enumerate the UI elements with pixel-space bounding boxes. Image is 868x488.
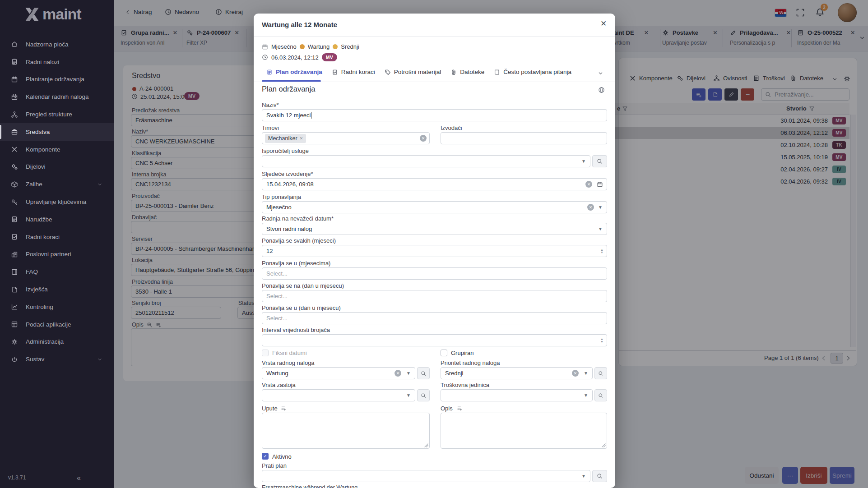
clear-icon[interactable]: ✕ <box>587 204 594 211</box>
clear-icon[interactable]: ✕ <box>395 370 401 377</box>
resize-handle-icon[interactable] <box>602 443 606 447</box>
isporucitelj-search-button[interactable] <box>592 155 607 167</box>
sidebar-item-nadzorna-ploca[interactable]: Nadzorna ploča <box>0 36 114 53</box>
notes-add-icon[interactable] <box>281 405 287 411</box>
modal-close-icon[interactable]: ✕ <box>600 19 607 28</box>
sidebar-item-kontroling[interactable]: Kontroling <box>0 298 114 316</box>
opis-textarea[interactable] <box>441 413 607 449</box>
clear-icon[interactable]: ✕ <box>420 135 427 142</box>
vrsta-naloga-search-button[interactable] <box>417 367 430 379</box>
u-dan-multiselect[interactable]: Select... <box>262 312 607 324</box>
naziv-input[interactable]: Svakih 12 mjeeci <box>262 109 607 121</box>
sidebar-item-podaci-aplikacije[interactable]: Podaci aplikacije <box>0 316 114 333</box>
vrsta-zastoja-select[interactable]: ▼ <box>262 389 415 401</box>
box-icon <box>11 181 18 188</box>
fiksni-datumi-checkbox[interactable] <box>262 350 269 356</box>
sljedece-datetime-input[interactable]: 15.04.2026, 09:08 ✕ <box>262 178 607 190</box>
svakih-number-input[interactable]: 12 ▲▼ <box>262 245 607 257</box>
notes-add-icon[interactable] <box>457 405 463 411</box>
sidebar-item-faq[interactable]: FAQ <box>0 263 114 281</box>
tab-radni-koraci[interactable]: Radni koraci <box>332 69 375 75</box>
prati-plan-search-button[interactable] <box>592 470 607 482</box>
priority-dot-icon <box>333 44 338 49</box>
briefcase-icon <box>11 128 18 135</box>
clipboard-check-icon <box>11 233 18 240</box>
number-spinner[interactable]: ▲▼ <box>600 338 603 343</box>
calendar-day-icon <box>11 93 18 101</box>
home-icon <box>11 41 18 48</box>
fiksni-datumi-label: Fiksni datumi <box>272 350 307 356</box>
team-chip[interactable]: Mechaniker✕ <box>265 134 306 143</box>
aktivno-checkbox[interactable]: ✓ <box>262 453 269 460</box>
tip-select[interactable]: Mjesečno ✕ ▼ <box>262 201 607 213</box>
tab-datoteke[interactable]: Datoteke <box>450 69 484 75</box>
modal-meta-row-1: Mjesečno Wartung Srednji <box>262 43 359 50</box>
sidebar-item-izvjesca[interactable]: Izvješća <box>0 281 114 298</box>
clear-icon[interactable]: ✕ <box>572 370 579 377</box>
sidebar-item-sustav[interactable]: Sustav <box>0 350 114 368</box>
prioritet-select[interactable]: Srednji ✕ ▼ <box>441 367 593 379</box>
date-picker-icon[interactable] <box>597 181 603 188</box>
tab-plan-odrzavanja[interactable]: Plan održavanja <box>266 69 322 75</box>
timovi-input[interactable]: Mechaniker✕ ✕ <box>262 132 430 144</box>
modal-tabs-chevron-icon[interactable] <box>598 70 603 76</box>
sidebar-collapse-button[interactable]: « <box>77 474 81 482</box>
sidebar-item-zalihe[interactable]: Zalihe <box>0 175 114 193</box>
prioritet-search-button[interactable] <box>594 367 607 379</box>
sidebar-item-narudzbe[interactable]: Narudžbe <box>0 211 114 228</box>
file-icon <box>11 286 18 293</box>
vrsta-naloga-select[interactable]: Wartung ✕ ▼ <box>262 367 415 379</box>
app-version: v1.3.71 <box>8 474 26 481</box>
sidebar-item-sredstva[interactable]: Sredstva <box>0 123 114 141</box>
power-icon <box>11 356 18 363</box>
naziv-label: Naziv* <box>262 101 279 108</box>
globe-icon[interactable] <box>598 87 605 93</box>
sidebar-item-planiranje-odrzavanja[interactable]: Planiranje održavanja <box>0 71 114 88</box>
sidebar-item-kalendar-radnih-naloga[interactable]: Kalendar radnih naloga <box>0 88 114 106</box>
radnja-label: Radnja na nevažeći datum* <box>262 215 334 222</box>
sidebar-item-radni-nalozi[interactable]: Radni nalozi <box>0 53 114 71</box>
book-icon <box>11 268 18 276</box>
key-icon <box>11 198 18 206</box>
interval-number-input[interactable]: ▲▼ <box>262 334 607 346</box>
sidebar-item-komponente[interactable]: Komponente <box>0 141 114 158</box>
search-icon <box>598 393 603 398</box>
na-dan-label: Ponavlja se na (dan u mjesecu) <box>262 282 344 289</box>
prati-plan-select[interactable]: ▼ <box>262 470 590 482</box>
number-spinner[interactable]: ▲▼ <box>600 249 603 254</box>
izvodaci-label: Izvođači <box>441 124 462 131</box>
chip-remove-icon[interactable]: ✕ <box>300 136 303 141</box>
structure-icon <box>11 111 18 118</box>
tag-icon <box>385 69 391 75</box>
caret-down-icon: ▼ <box>598 226 603 231</box>
text-cursor <box>311 112 311 119</box>
na-dan-multiselect[interactable]: Select... <box>262 290 607 302</box>
app-logo[interactable]: maint <box>23 5 81 23</box>
upute-textarea[interactable] <box>262 413 430 449</box>
sidebar-item-upravljanje-kljucevima[interactable]: Upravljanje ključevima <box>0 193 114 211</box>
grupiran-checkbox[interactable] <box>441 350 447 356</box>
opis-label: Opis <box>441 405 453 412</box>
sidebar-item-administracija[interactable]: Administracija <box>0 333 114 351</box>
sidebar-item-radni-koraci[interactable]: Radni koraci <box>0 228 114 246</box>
creator-badge: MV <box>322 53 337 61</box>
resize-handle-icon[interactable] <box>424 443 428 447</box>
tab-potrosni-materijal[interactable]: Potrošni materijal <box>385 69 441 75</box>
clipboard-icon <box>266 69 273 75</box>
vrsta-zastoja-search-button[interactable] <box>417 389 430 401</box>
u-mjesecima-multiselect[interactable]: Select... <box>262 267 607 280</box>
radnja-select[interactable]: Stvori radni nalog ▼ <box>262 223 607 235</box>
isporucitelj-select[interactable]: ▼ <box>262 155 590 167</box>
izvodaci-input[interactable] <box>441 132 607 144</box>
sidebar-item-pregled-strukture[interactable]: Pregled strukture <box>0 106 114 123</box>
sidebar-item-dijelovi[interactable]: Dijelovi <box>0 158 114 176</box>
sidebar-item-poslovni-partneri[interactable]: Poslovni partneri <box>0 246 114 263</box>
clear-icon[interactable]: ✕ <box>585 181 592 188</box>
calendar-icon <box>262 44 268 50</box>
troskovna-search-button[interactable] <box>594 389 607 401</box>
troskovna-select[interactable]: ▼ <box>441 389 593 401</box>
clipboard-icon <box>11 58 18 65</box>
caret-down-icon: ▼ <box>584 393 588 398</box>
paperclip-icon <box>450 69 457 75</box>
tab-cesto-postavljana-pitanja[interactable]: Često postavljana pitanja <box>494 69 571 75</box>
